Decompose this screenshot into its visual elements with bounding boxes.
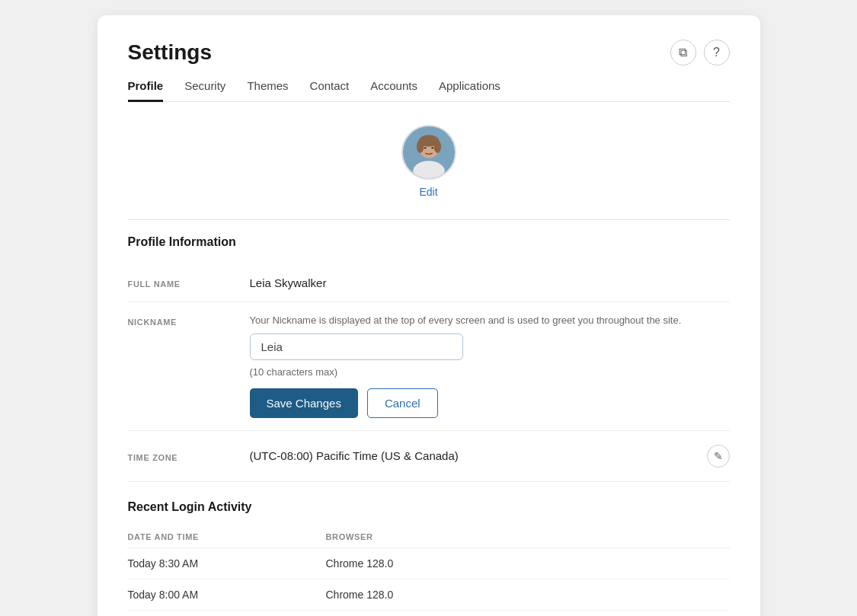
tab-accounts[interactable]: Accounts bbox=[370, 79, 417, 102]
activity-browser: Chrome 128.0 bbox=[326, 579, 730, 610]
timezone-value: (UTC-08:00) Pacific Time (US & Canada) bbox=[250, 449, 707, 462]
section-divider bbox=[128, 219, 730, 220]
profile-section-title: Profile Information bbox=[128, 235, 730, 249]
avatar-section: Edit bbox=[128, 125, 730, 198]
pencil-icon: ✎ bbox=[714, 450, 723, 462]
copy-icon: ⧉ bbox=[679, 46, 687, 59]
char-limit-text: (10 characters max) bbox=[250, 366, 730, 378]
col-date-header: DATE AND TIME bbox=[128, 526, 326, 548]
avatar-edit-link[interactable]: Edit bbox=[419, 186, 437, 198]
nickname-input[interactable] bbox=[250, 334, 463, 360]
save-changes-button[interactable]: Save Changes bbox=[250, 388, 358, 418]
header-icons: ⧉ ? bbox=[670, 40, 730, 65]
nickname-hint: Your Nickname is displayed at the top of… bbox=[250, 314, 730, 326]
activity-browser: Chrome 128.0 bbox=[326, 547, 730, 579]
timezone-edit-button[interactable]: ✎ bbox=[707, 445, 730, 468]
header-row: Settings ⧉ ? bbox=[128, 40, 730, 65]
table-row: Today 7:51 AM Mobile App bbox=[128, 610, 730, 616]
activity-date: Today 8:00 AM bbox=[128, 579, 326, 610]
help-icon-button[interactable]: ? bbox=[704, 40, 730, 65]
avatar bbox=[401, 125, 456, 180]
cancel-button[interactable]: Cancel bbox=[367, 388, 438, 418]
avatar-image bbox=[403, 125, 455, 180]
activity-browser: Mobile App bbox=[326, 610, 730, 616]
timezone-row: TIME ZONE (UTC-08:00) Pacific Time (US &… bbox=[128, 431, 730, 482]
settings-card: Settings ⧉ ? Profile Security Themes Con… bbox=[98, 15, 760, 616]
nickname-label: NICKNAME bbox=[128, 314, 250, 327]
table-row: Today 8:30 AM Chrome 128.0 bbox=[128, 547, 730, 579]
svg-point-4 bbox=[416, 139, 423, 152]
activity-date: Today 8:30 AM bbox=[128, 547, 326, 579]
tab-profile[interactable]: Profile bbox=[128, 79, 164, 102]
recent-activity-title: Recent Login Activity bbox=[128, 500, 730, 514]
activity-table: DATE AND TIME BROWSER Today 8:30 AM Chro… bbox=[128, 526, 730, 617]
activity-date: Today 7:51 AM bbox=[128, 610, 326, 616]
svg-point-6 bbox=[424, 146, 426, 148]
timezone-label: TIME ZONE bbox=[128, 450, 250, 462]
tab-security[interactable]: Security bbox=[184, 79, 225, 102]
full-name-row: FULL NAME Leia Skywalker bbox=[128, 264, 730, 302]
col-browser-header: BROWSER bbox=[326, 526, 730, 548]
svg-point-7 bbox=[431, 146, 433, 148]
tab-applications[interactable]: Applications bbox=[439, 79, 500, 102]
help-icon: ? bbox=[713, 46, 720, 59]
table-row: Today 8:00 AM Chrome 128.0 bbox=[128, 579, 730, 610]
full-name-label: FULL NAME bbox=[128, 276, 250, 289]
nickname-buttons: Save Changes Cancel bbox=[250, 388, 730, 418]
full-name-value: Leia Skywalker bbox=[250, 276, 730, 289]
nickname-row: NICKNAME Your Nickname is displayed at t… bbox=[128, 302, 730, 431]
page-title: Settings bbox=[128, 40, 212, 65]
tabs-nav: Profile Security Themes Contact Accounts… bbox=[128, 79, 730, 102]
tab-contact[interactable]: Contact bbox=[310, 79, 350, 102]
svg-point-5 bbox=[433, 139, 440, 152]
copy-icon-button[interactable]: ⧉ bbox=[670, 40, 696, 65]
nickname-field-container: Your Nickname is displayed at the top of… bbox=[250, 314, 730, 418]
tab-themes[interactable]: Themes bbox=[247, 79, 288, 102]
